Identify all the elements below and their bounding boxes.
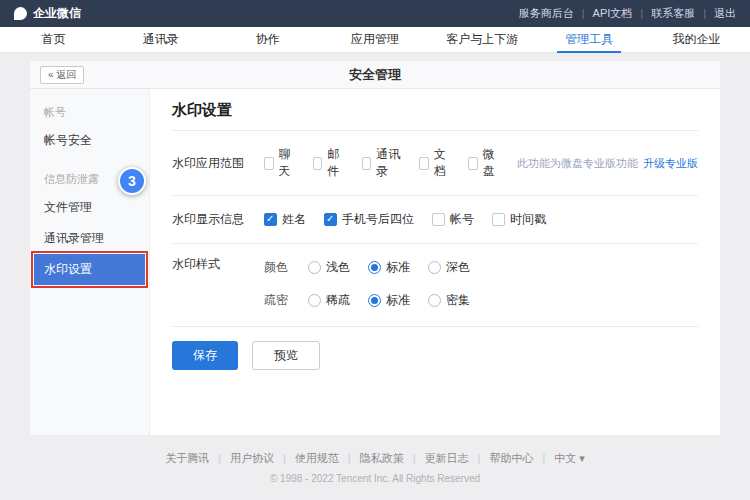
radio-label: 浅色 xyxy=(326,259,350,276)
card-body: 帐号 帐号安全 信息防泄露 文件管理 通讯录管理 水印设置 3 水印设置 xyxy=(30,89,720,435)
copyright: © 1998 - 2022 Tencent Inc. All Rights Re… xyxy=(30,473,720,484)
row-label: 水印样式 xyxy=(172,256,264,273)
nav-tab-apps[interactable]: 应用管理 xyxy=(321,27,428,52)
color-style-line: 颜色 浅色 标准 深色 xyxy=(264,256,488,289)
watermark-display-row: 水印显示信息 姓名 手机号后四位 帐号 xyxy=(172,196,698,243)
nav-tab-label: 管理工具 xyxy=(565,31,613,48)
row-fields: 姓名 手机号后四位 帐号 时间戳 xyxy=(264,211,564,228)
sidebar-item-label: 帐号安全 xyxy=(44,133,92,147)
section-title: 水印设置 xyxy=(172,101,698,120)
checkbox-chat[interactable]: 聊天 xyxy=(264,146,295,180)
checkbox-label: 通讯录 xyxy=(376,146,401,180)
annotation-badge-3: 3 xyxy=(118,167,146,195)
radio[interactable] xyxy=(428,294,441,307)
checkbox-docs[interactable]: 文档 xyxy=(419,146,450,180)
radio-color-light[interactable]: 浅色 xyxy=(308,259,350,276)
checkbox-phone-last4[interactable]: 手机号后四位 xyxy=(324,211,414,228)
radio-label: 标准 xyxy=(386,292,410,309)
checkbox-account[interactable]: 帐号 xyxy=(432,211,474,228)
workspace: « 返回 安全管理 帐号 帐号安全 信息防泄露 文件管理 通讯录管理 水印设置 xyxy=(0,53,750,484)
checkbox-label: 时间戳 xyxy=(510,211,546,228)
radio[interactable] xyxy=(368,261,381,274)
radio[interactable] xyxy=(308,294,321,307)
language-selector[interactable]: 中文 ▾ xyxy=(533,451,584,466)
wecom-logo-icon xyxy=(14,7,27,20)
checkbox[interactable] xyxy=(264,157,274,170)
radio[interactable] xyxy=(428,261,441,274)
sidebar-item-label: 文件管理 xyxy=(44,200,92,214)
checkbox-label: 帐号 xyxy=(450,211,474,228)
nav-tab-label: 应用管理 xyxy=(351,31,399,48)
sidebar-item-label: 通讯录管理 xyxy=(44,231,104,245)
topbar-link-api-docs[interactable]: API文档 xyxy=(574,6,633,21)
footer-link-about-tencent[interactable]: 关于腾讯 xyxy=(165,451,209,466)
style-lines: 颜色 浅色 标准 深色 xyxy=(264,256,488,322)
topbar: 企业微信 服务商后台 API文档 联系客服 退出 xyxy=(0,0,750,27)
checkbox[interactable] xyxy=(419,157,429,170)
radio-color-dark[interactable]: 深色 xyxy=(428,259,470,276)
checkbox[interactable] xyxy=(432,213,445,226)
footer-link-help-center[interactable]: 帮助中心 xyxy=(469,451,534,466)
nav-tab-customers[interactable]: 客户与上下游 xyxy=(429,27,536,52)
checkbox-name[interactable]: 姓名 xyxy=(264,211,306,228)
checkbox[interactable] xyxy=(468,157,478,170)
checkbox-mail[interactable]: 邮件 xyxy=(313,146,344,180)
sidebar-item-label: 水印设置 xyxy=(44,262,92,276)
radio-density-sparse[interactable]: 稀疏 xyxy=(308,292,350,309)
security-management-card: « 返回 安全管理 帐号 帐号安全 信息防泄露 文件管理 通讯录管理 水印设置 xyxy=(30,61,720,435)
checkbox[interactable] xyxy=(264,213,277,226)
radio-label: 密集 xyxy=(446,292,470,309)
brand-name: 企业微信 xyxy=(33,5,81,22)
footer-links: 关于腾讯 用户协议 使用规范 隐私政策 更新日志 帮助中心 中文 ▾ xyxy=(30,451,720,466)
checkbox-label: 姓名 xyxy=(282,211,306,228)
upgrade-pro-link[interactable]: 升级专业版 xyxy=(643,156,698,171)
checkbox-label: 聊天 xyxy=(279,146,295,180)
sidebar-item-contacts-management[interactable]: 通讯录管理 xyxy=(34,223,145,254)
nav-tab-contacts[interactable]: 通讯录 xyxy=(107,27,214,52)
save-button[interactable]: 保存 xyxy=(172,341,238,370)
nav-tab-label: 客户与上下游 xyxy=(446,31,518,48)
radio-label: 稀疏 xyxy=(326,292,350,309)
footer-link-privacy-policy[interactable]: 隐私政策 xyxy=(339,451,404,466)
nav-tab-collaboration[interactable]: 协作 xyxy=(214,27,321,52)
checkbox-label: 手机号后四位 xyxy=(342,211,414,228)
nav-tab-admin-tools[interactable]: 管理工具 xyxy=(536,27,643,52)
checkbox[interactable] xyxy=(362,157,372,170)
nav-tab-my-company[interactable]: 我的企业 xyxy=(643,27,750,52)
watermark-settings-panel: 水印设置 水印应用范围 聊天 邮件 xyxy=(150,89,720,435)
back-button[interactable]: « 返回 xyxy=(40,66,84,84)
page-footer: 关于腾讯 用户协议 使用规范 隐私政策 更新日志 帮助中心 中文 ▾ © 199… xyxy=(30,435,720,484)
sidebar-item-watermark-settings[interactable]: 水印设置 xyxy=(34,254,145,285)
sidebar-item-file-management[interactable]: 文件管理 xyxy=(34,192,145,223)
radio[interactable] xyxy=(368,294,381,307)
drive-pro-note: 此功能为微盘专业版功能 xyxy=(517,156,638,171)
footer-link-changelog[interactable]: 更新日志 xyxy=(404,451,469,466)
checkbox-label: 微盘 xyxy=(483,146,499,180)
footer-link-usage-rules[interactable]: 使用规范 xyxy=(274,451,339,466)
topbar-link-logout[interactable]: 退出 xyxy=(695,6,736,21)
checkbox-label: 文档 xyxy=(434,146,450,180)
row-fields: 聊天 邮件 通讯录 文档 xyxy=(264,146,698,180)
checkbox-timestamp[interactable]: 时间戳 xyxy=(492,211,546,228)
card-header: « 返回 安全管理 xyxy=(30,61,720,89)
sidebar-item-account-security[interactable]: 帐号安全 xyxy=(34,125,145,156)
radio-color-standard[interactable]: 标准 xyxy=(368,259,410,276)
checkbox-drive[interactable]: 微盘 xyxy=(468,146,499,180)
topbar-link-provider[interactable]: 服务商后台 xyxy=(519,6,574,21)
preview-button[interactable]: 预览 xyxy=(252,341,320,370)
checkbox[interactable] xyxy=(313,157,323,170)
nav-tab-home[interactable]: 首页 xyxy=(0,27,107,52)
checkbox-contacts[interactable]: 通讯录 xyxy=(362,146,402,180)
checkbox[interactable] xyxy=(324,213,337,226)
radio-label: 标准 xyxy=(386,259,410,276)
nav-tab-label: 首页 xyxy=(42,31,66,48)
radio[interactable] xyxy=(308,261,321,274)
checkbox[interactable] xyxy=(492,213,505,226)
radio-density-standard[interactable]: 标准 xyxy=(368,292,410,309)
main-nav: 首页 通讯录 协作 应用管理 客户与上下游 管理工具 我的企业 xyxy=(0,27,750,53)
footer-link-user-agreement[interactable]: 用户协议 xyxy=(209,451,274,466)
density-style-line: 疏密 稀疏 标准 密集 xyxy=(264,289,488,322)
topbar-link-support[interactable]: 联系客服 xyxy=(632,6,695,21)
sidebar-group-header-account: 帐号 xyxy=(30,99,149,125)
radio-density-dense[interactable]: 密集 xyxy=(428,292,470,309)
